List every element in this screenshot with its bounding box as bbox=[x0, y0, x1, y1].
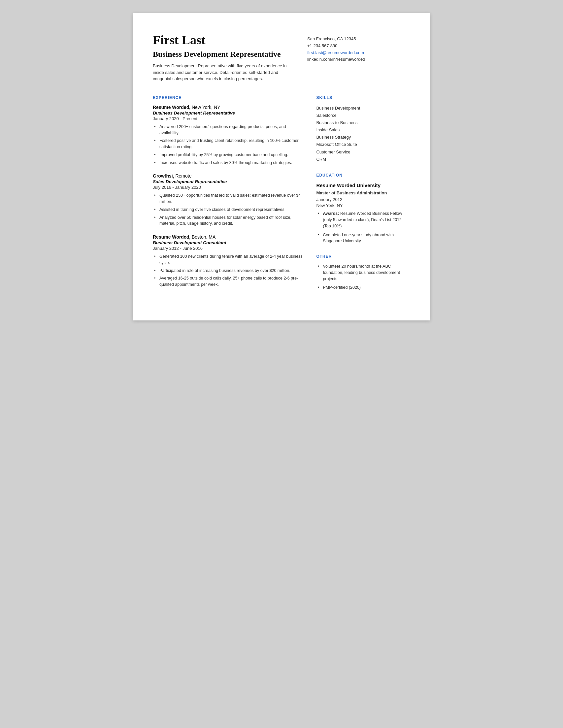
job-3-bullet-1: Generated 100 new clients during tenure … bbox=[154, 253, 303, 266]
job-1-bullet-3: Improved profitability by 25% by growing… bbox=[154, 152, 303, 158]
other-section: OTHER Volunteer 20 hours/month at the AB… bbox=[316, 254, 410, 291]
job-1-bullet-4: Increased website traffic and sales by 3… bbox=[154, 160, 303, 166]
awards-label: Awards: bbox=[323, 211, 339, 216]
job-2: Growthsi, Remote Sales Development Repre… bbox=[153, 173, 303, 227]
skills-title: SKILLS bbox=[316, 95, 410, 100]
other-bullet-2: PMP-certified (2020) bbox=[317, 284, 410, 291]
candidate-title: Business Development Representative bbox=[153, 50, 294, 59]
job-2-company-name: Growthsi bbox=[153, 173, 173, 179]
experience-section: EXPERIENCE Resume Worded, New York, NY B… bbox=[153, 95, 303, 288]
right-column: SKILLS Business Development Salesforce B… bbox=[316, 95, 410, 301]
job-1-dates: January 2020 - Present bbox=[153, 116, 303, 121]
job-2-bullets: Qualifed 250+ opportunities that led to … bbox=[154, 192, 303, 227]
skill-5: Business Strategy bbox=[316, 134, 410, 141]
experience-title: EXPERIENCE bbox=[153, 95, 303, 100]
job-3-dates: January 2012 - June 2016 bbox=[153, 246, 303, 251]
job-1-bullets: Answered 200+ customers' questions regar… bbox=[154, 124, 303, 166]
education-section: EDUCATION Resume Worded University Maste… bbox=[316, 173, 410, 244]
job-2-location: Remote bbox=[175, 173, 191, 179]
edu-school: Resume Worded University bbox=[316, 182, 410, 189]
skill-3: Business-to-Business bbox=[316, 119, 410, 126]
job-2-bullet-2: Assisted in training over five classes o… bbox=[154, 207, 303, 213]
job-1-company-sep: , bbox=[189, 105, 192, 110]
skill-6: Microsoft Office Suite bbox=[316, 141, 410, 148]
skill-4: Inside Sales bbox=[316, 126, 410, 134]
job-3: Resume Worded, Boston, MA Business Devel… bbox=[153, 234, 303, 288]
job-1-location: New York, NY bbox=[192, 105, 220, 110]
contact-address: San Francisco, CA 12345 bbox=[307, 36, 410, 43]
skill-1: Business Development bbox=[316, 105, 410, 112]
edu-bullet-1: Awards: Resume Worded Business Fellow (o… bbox=[317, 211, 410, 229]
job-2-bullet-1: Qualifed 250+ opportunities that led to … bbox=[154, 192, 303, 205]
header-left: First Last Business Development Represen… bbox=[153, 33, 294, 82]
left-column: EXPERIENCE Resume Worded, New York, NY B… bbox=[153, 95, 303, 301]
job-1: Resume Worded, New York, NY Business Dev… bbox=[153, 105, 303, 166]
edu-date: January 2012 bbox=[316, 197, 410, 202]
candidate-name: First Last bbox=[153, 33, 294, 48]
other-bullet-1: Volunteer 20 hours/month at the ABC foun… bbox=[317, 263, 410, 282]
candidate-summary: Business Development Representative with… bbox=[153, 63, 287, 82]
job-1-company-name: Resume Worded bbox=[153, 105, 189, 110]
job-1-bullet-2: Fostered positive and trusting client re… bbox=[154, 138, 303, 150]
skill-7: Customer Service bbox=[316, 149, 410, 156]
job-3-company: Resume Worded, Boston, MA bbox=[153, 234, 303, 240]
job-2-title: Sales Development Representative bbox=[153, 179, 303, 184]
education-title: EDUCATION bbox=[316, 173, 410, 178]
header-section: First Last Business Development Represen… bbox=[153, 33, 410, 82]
job-1-bullet-1: Answered 200+ customers' questions regar… bbox=[154, 124, 303, 136]
job-2-bullet-3: Analyzed over 50 residential houses for … bbox=[154, 215, 303, 227]
edu-location: New York, NY bbox=[316, 203, 410, 208]
other-title: OTHER bbox=[316, 254, 410, 259]
job-3-bullet-3: Averaged 16-25 outside cold calls daily,… bbox=[154, 275, 303, 288]
edu-degree: Master of Business Administration bbox=[316, 190, 410, 196]
job-2-company: Growthsi, Remote bbox=[153, 173, 303, 179]
contact-linkedin: linkedin.com/in/resumeworded bbox=[307, 56, 410, 63]
job-3-title: Business Development Consultant bbox=[153, 240, 303, 245]
skills-list: Business Development Salesforce Business… bbox=[316, 105, 410, 163]
job-3-bullet-2: Participated in role of increasing busin… bbox=[154, 268, 303, 274]
contact-phone: +1 234 567-890 bbox=[307, 43, 410, 50]
job-3-company-sep: , bbox=[189, 234, 192, 240]
job-1-title: Business Development Representative bbox=[153, 111, 303, 116]
edu-bullets: Awards: Resume Worded Business Fellow (o… bbox=[317, 211, 410, 244]
other-bullets: Volunteer 20 hours/month at the ABC foun… bbox=[317, 263, 410, 291]
job-3-bullets: Generated 100 new clients during tenure … bbox=[154, 253, 303, 288]
job-3-company-name: Resume Worded bbox=[153, 234, 189, 240]
job-1-company: Resume Worded, New York, NY bbox=[153, 105, 303, 110]
job-3-location: Boston, MA bbox=[192, 234, 215, 240]
contact-email[interactable]: first.last@resumeworded.com bbox=[307, 50, 364, 55]
skill-8: CRM bbox=[316, 156, 410, 163]
skills-section: SKILLS Business Development Salesforce B… bbox=[316, 95, 410, 163]
edu-bullet-2: Completed one-year study abroad with Sin… bbox=[317, 232, 410, 245]
resume-page: First Last Business Development Represen… bbox=[133, 13, 430, 320]
job-2-dates: July 2016 - January 2020 bbox=[153, 185, 303, 190]
skill-2: Salesforce bbox=[316, 112, 410, 119]
header-right: San Francisco, CA 12345 +1 234 567-890 f… bbox=[307, 33, 410, 63]
main-content: EXPERIENCE Resume Worded, New York, NY B… bbox=[153, 95, 410, 301]
